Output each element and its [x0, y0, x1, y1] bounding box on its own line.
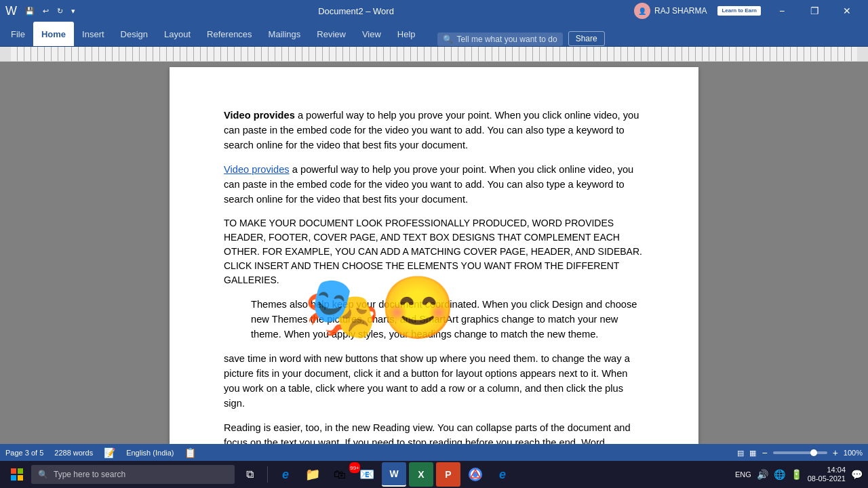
svg-rect-0 [11, 468, 16, 474]
tab-mailings[interactable]: Mailings [260, 22, 309, 46]
taskbar-time: 14:04 [808, 466, 846, 474]
tab-references[interactable]: References [199, 22, 260, 46]
undo-quick-btn[interactable]: ↩ [40, 5, 52, 17]
avatar: 👤 [634, 3, 650, 19]
taskbar-date: 08-05-2021 [808, 474, 846, 483]
para6-text: Reading is easier, too, in the new Readi… [224, 422, 631, 444]
minimize-btn[interactable]: − [766, 0, 797, 22]
ruler-container [0, 47, 868, 62]
title-bar-left: W 💾 ↩ ↻ ▾ [5, 4, 78, 18]
taskbar-task-view[interactable]: ⧉ [237, 462, 262, 487]
taskbar-chrome[interactable] [463, 462, 488, 487]
word-icon: W [5, 4, 17, 18]
mail-badge: 99+ [349, 462, 360, 473]
main-area: 🎭😊 Video provides a powerful way to help… [0, 62, 868, 444]
ribbon-search[interactable]: 🔍 Tell me what you want to do [437, 33, 563, 46]
tab-design[interactable]: Design [113, 22, 156, 46]
taskbar-search[interactable]: 🔍 Type here to search [31, 465, 235, 484]
paragraph-4: Themes also help keep your document coor… [224, 297, 644, 342]
taskbar-network-icon[interactable]: 🌐 [774, 469, 785, 480]
left-margin [0, 62, 11, 444]
taskbar-language: ENG [735, 470, 751, 479]
title-bar-title: Document2 – Word [318, 6, 394, 16]
taskbar-excel[interactable]: X [409, 462, 433, 487]
quick-access: W 💾 ↩ ↻ ▾ [5, 4, 78, 18]
taskbar-powerpoint[interactable]: P [436, 462, 460, 487]
restore-btn[interactable]: ❐ [799, 0, 830, 22]
learn-to-earn-logo: Learn to Earn [717, 6, 761, 16]
right-margin [857, 62, 868, 444]
search-icon: 🔍 [443, 35, 453, 44]
taskbar-edge[interactable]: e [273, 462, 298, 487]
tab-view[interactable]: View [354, 22, 389, 46]
tab-review[interactable]: Review [309, 22, 354, 46]
redo-quick-btn[interactable]: ↻ [54, 5, 66, 17]
taskbar-store[interactable]: 🛍 [328, 462, 352, 487]
paragraph-5: save time in word with new buttons that … [224, 351, 644, 411]
chrome-icon [469, 468, 482, 481]
taskbar-search-placeholder: Type here to search [54, 470, 125, 479]
tab-layout[interactable]: Layout [156, 22, 199, 46]
zoom-thumb [810, 449, 817, 456]
start-button[interactable] [5, 466, 28, 483]
page-info: Page 3 of 5 [5, 449, 43, 457]
svg-rect-2 [11, 475, 16, 481]
profile-area[interactable]: 👤 RAJ SHARMA [634, 3, 707, 19]
windows-logo-icon [11, 468, 23, 481]
close-btn[interactable]: ✕ [831, 0, 863, 22]
tab-file[interactable]: File [3, 22, 33, 46]
paragraph-2: Video provides a powerful way to help yo… [224, 162, 644, 207]
svg-rect-1 [18, 468, 23, 474]
taskbar-mail[interactable]: 📧 99+ [355, 462, 379, 487]
tab-home[interactable]: Home [33, 22, 74, 46]
paragraph-3: TO MAKE YOUR DOCUMENT LOOK PROFESSIONALL… [224, 216, 644, 287]
taskbar-speaker-icon[interactable]: 🔊 [757, 469, 768, 480]
title-bar-right: 👤 RAJ SHARMA Learn to Earn − ❐ ✕ [634, 0, 863, 22]
zoom-slider[interactable] [773, 451, 827, 454]
zoom-out-icon[interactable]: − [762, 447, 767, 458]
taskbar-explorer[interactable]: 📁 [300, 462, 325, 487]
track-changes-icon[interactable]: 📋 [184, 447, 196, 458]
window-controls: − ❐ ✕ [766, 0, 863, 22]
para5-text: save time in word with new buttons that … [224, 353, 630, 409]
layout-web-icon[interactable]: ▦ [749, 449, 756, 458]
time-display: 14:04 08-05-2021 [808, 466, 846, 483]
paragraph-6: Reading is easier, too, in the new Readi… [224, 420, 644, 444]
tab-help[interactable]: Help [389, 22, 424, 46]
layout-print-icon[interactable]: ▤ [737, 449, 744, 458]
taskbar-divider-1 [267, 466, 268, 483]
svg-rect-3 [18, 475, 23, 481]
taskbar-right: ENG 🔊 🌐 🔋 14:04 08-05-2021 💬 [735, 466, 863, 483]
status-right: ▤ ▦ − + 100% [737, 447, 863, 458]
para1-bold: Video provides [224, 110, 295, 121]
taskbar-word[interactable]: W [382, 462, 406, 487]
ruler-left-margin [0, 47, 11, 61]
share-button[interactable]: Share [568, 31, 605, 46]
ribbon: File Home Insert Design Layout Reference… [0, 22, 868, 47]
save-quick-btn[interactable]: 💾 [22, 5, 37, 17]
para3-text: TO MAKE YOUR DOCUMENT LOOK PROFESSIONALL… [224, 218, 642, 285]
user-name: RAJ SHARMA [654, 6, 707, 16]
language-info: English (India) [126, 449, 174, 457]
paragraph-1: Video provides a powerful way to help yo… [224, 108, 644, 152]
word-count: 2288 words [54, 449, 93, 457]
tab-insert[interactable]: Insert [74, 22, 113, 46]
proofing-icon[interactable]: 📝 [104, 447, 115, 458]
zoom-in-icon[interactable]: + [833, 447, 838, 458]
taskbar-edge2[interactable]: e [490, 462, 515, 487]
title-bar: W 💾 ↩ ↻ ▾ Document2 – Word 👤 RAJ SHARMA … [0, 0, 868, 22]
document: 🎭😊 Video provides a powerful way to help… [170, 67, 698, 444]
para4-text: Themes also help keep your document coor… [251, 299, 637, 340]
zoom-level: 100% [844, 449, 863, 457]
status-bar: Page 3 of 5 2288 words 📝 English (India)… [0, 444, 868, 462]
taskbar-search-icon: 🔍 [38, 470, 48, 479]
ruler [11, 47, 857, 61]
customize-quick-btn[interactable]: ▾ [68, 5, 78, 17]
ruler-right-margin [857, 47, 868, 61]
search-text: Tell me what you want to do [457, 35, 557, 44]
notification-icon[interactable]: 💬 [851, 469, 863, 480]
taskbar: 🔍 Type here to search ⧉ e 📁 🛍 📧 99+ W X … [0, 461, 868, 488]
document-scroll-area[interactable]: 🎭😊 Video provides a powerful way to help… [11, 62, 857, 444]
para2-link[interactable]: Video provides [224, 164, 290, 175]
taskbar-battery-icon[interactable]: 🔋 [791, 469, 802, 480]
